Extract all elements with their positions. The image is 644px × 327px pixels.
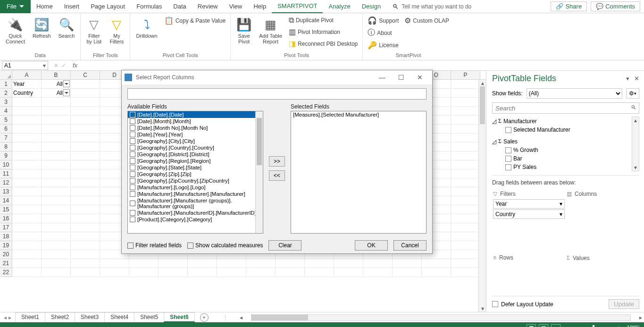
row-header[interactable]: 6 (0, 125, 12, 134)
cell[interactable] (71, 89, 100, 98)
quick-connect-button[interactable]: 🔌Quick Connect (3, 14, 28, 46)
row-header[interactable]: 8 (0, 143, 12, 151)
cell[interactable] (12, 107, 42, 116)
row-header[interactable]: 4 (0, 107, 12, 116)
tab-review[interactable]: Review (192, 0, 224, 13)
checkbox[interactable] (130, 217, 135, 222)
list-item[interactable]: [Manufacturer].[Manufacturer].[Manufactu… (128, 191, 263, 197)
cell[interactable] (71, 178, 100, 187)
reconnect-pbi-button[interactable]: ◨Reconnect PBI Desktop (287, 38, 360, 49)
sheet-tab[interactable]: Sheet2 (45, 312, 75, 322)
checkbox[interactable] (130, 171, 135, 177)
list-item[interactable]: [Geography].[Region].[Region] (128, 158, 263, 164)
cell[interactable] (188, 268, 217, 277)
list-item[interactable]: [Geography].[State].[State] (128, 164, 263, 171)
name-box[interactable]: A1▾ (2, 61, 48, 70)
cell[interactable] (71, 125, 100, 134)
row-header[interactable]: 21 (0, 259, 12, 268)
checkbox[interactable] (130, 138, 135, 144)
row-header[interactable]: 19 (0, 241, 12, 250)
filter-dropdown-icon[interactable] (63, 89, 70, 96)
copy-paste-value-button[interactable]: 📋Copy & Paste Value (162, 15, 228, 26)
cell[interactable] (188, 259, 217, 268)
refresh-button[interactable]: 🔄Refresh (30, 14, 54, 41)
cell[interactable] (12, 116, 42, 125)
cell[interactable] (12, 259, 42, 268)
share-button[interactable]: 🔗Share (551, 1, 587, 11)
row-header[interactable]: 16 (0, 214, 12, 223)
tree-field[interactable]: Bar (492, 154, 639, 163)
cell[interactable] (71, 250, 100, 259)
cell[interactable] (393, 259, 422, 268)
row-header[interactable]: 5 (0, 116, 12, 125)
close-button[interactable]: ✕ (410, 74, 429, 81)
tab-data[interactable]: Data (167, 0, 192, 13)
comments-button[interactable]: 💬Comments (591, 1, 640, 11)
cell[interactable]: Year (12, 80, 42, 89)
cell[interactable] (12, 250, 42, 259)
tree-field[interactable]: % Growth (492, 146, 639, 154)
row-header[interactable]: 1 (0, 80, 12, 89)
tree-group[interactable]: ◿ΣManufacturer (492, 117, 639, 126)
cell[interactable] (451, 134, 480, 143)
cell[interactable] (71, 223, 100, 232)
row-header[interactable]: 2 (0, 89, 12, 98)
cell[interactable] (42, 205, 71, 214)
cell[interactable]: All (42, 80, 71, 89)
cell[interactable] (42, 151, 71, 160)
tab-home[interactable]: Home (31, 0, 59, 13)
zoom-level[interactable]: 100% (627, 325, 640, 327)
cell[interactable] (451, 89, 480, 98)
checkbox[interactable] (130, 191, 135, 197)
cell[interactable] (71, 268, 100, 277)
cell[interactable] (451, 116, 480, 125)
cell[interactable] (451, 196, 480, 205)
available-fields-list[interactable]: [Date].[Date].[Date][Date].[Month].[Mont… (127, 111, 263, 234)
cell[interactable] (217, 268, 246, 277)
cell[interactable] (451, 268, 480, 277)
save-pivot-button[interactable]: 💾Save Pivot (234, 14, 254, 46)
area-values[interactable]: ΣValues (566, 252, 639, 296)
checkbox[interactable] (130, 118, 135, 124)
row-header[interactable]: 10 (0, 160, 12, 169)
checkbox[interactable] (130, 210, 135, 216)
cell[interactable] (129, 259, 159, 268)
cell[interactable] (451, 80, 480, 89)
area-filters[interactable]: ▽Filters Year▾ Country▾ (492, 189, 566, 252)
row-header[interactable]: 13 (0, 187, 12, 196)
pane-settings-button[interactable]: ⚙▾ (626, 88, 639, 99)
horizontal-scrollbar[interactable]: ◂▸ (238, 314, 644, 321)
chevron-down-icon[interactable]: ▾ (626, 75, 629, 82)
checkbox[interactable] (130, 112, 135, 117)
checkbox[interactable] (505, 156, 511, 162)
list-item[interactable]: [Geography].[District].[District] (128, 151, 263, 158)
checkbox[interactable] (130, 165, 135, 170)
view-pagelayout-icon[interactable]: ▤ (539, 324, 548, 327)
list-item[interactable]: [Manufacturer].[Logo].[Logo] (128, 184, 263, 191)
cell[interactable] (159, 259, 188, 268)
tab-design[interactable]: Design (356, 0, 386, 13)
row-header[interactable]: 17 (0, 223, 12, 232)
list-item[interactable]: [Geography].[ZipCountry].[ZipCountry] (128, 177, 263, 184)
cell[interactable] (12, 187, 42, 196)
cell[interactable] (42, 250, 71, 259)
cell[interactable] (42, 241, 71, 250)
cell[interactable] (71, 160, 100, 169)
cell[interactable] (451, 187, 480, 196)
cell[interactable] (129, 268, 159, 277)
sheet-nav[interactable]: ◂▸ (0, 314, 15, 321)
list-item[interactable]: [Date].[Year].[Year] (128, 131, 263, 138)
ok-button[interactable]: OK (355, 240, 388, 251)
tab-formulas[interactable]: Formulas (131, 0, 167, 13)
checkbox[interactable] (130, 132, 135, 137)
checkbox[interactable] (130, 151, 135, 157)
cell[interactable] (12, 125, 42, 134)
fx-icon[interactable]: fx (73, 62, 77, 69)
sheet-tab[interactable]: Sheet3 (75, 312, 105, 322)
pivot-info-button[interactable]: ▥Pivot Information (287, 26, 360, 37)
row-header[interactable]: 12 (0, 178, 12, 187)
cell[interactable] (71, 214, 100, 223)
list-item[interactable]: [Measures].[Selected Manufacturer] (291, 111, 426, 118)
cell[interactable] (12, 143, 42, 151)
showfields-select[interactable]: (All) (527, 88, 622, 99)
